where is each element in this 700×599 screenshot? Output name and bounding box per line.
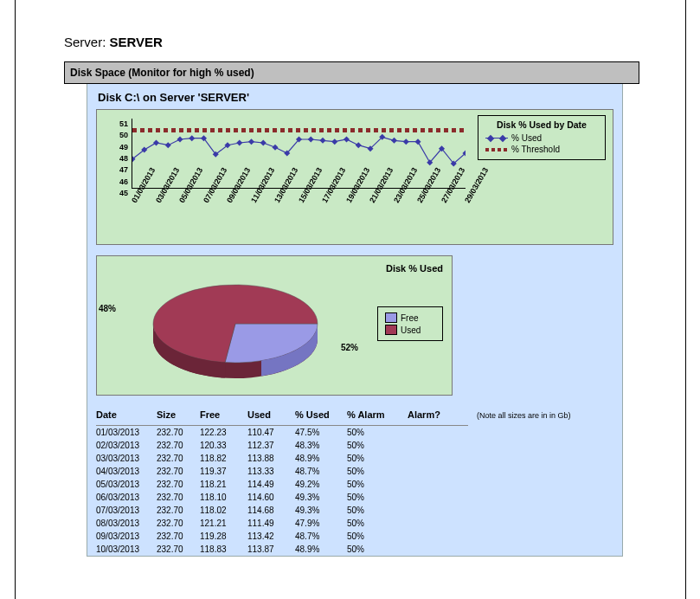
table-cell: 48.7%: [295, 465, 347, 478]
table-cell: 118.83: [200, 543, 247, 556]
table-cell: 03/03/2013: [96, 452, 157, 465]
table-cell: 232.70: [157, 452, 200, 465]
legend-swatch-used: [485, 134, 508, 143]
table-cell: 119.37: [200, 465, 247, 478]
table-header: Free: [200, 409, 247, 426]
table-cell: 119.28: [200, 530, 247, 543]
svg-rect-15: [308, 136, 314, 142]
table-cell: 232.70: [157, 439, 200, 452]
table-cell: 112.37: [247, 439, 295, 452]
table-cell: 114.60: [247, 491, 295, 504]
data-table: DateSizeFreeUsed% Used% AlarmAlarm? 01/0…: [96, 409, 468, 556]
table-row: 09/03/2013232.70119.28113.4248.7%50%: [96, 530, 468, 543]
table-cell: 50%: [347, 439, 408, 452]
table-header-row: DateSizeFreeUsed% Used% AlarmAlarm?: [96, 409, 468, 426]
table-header: Date: [96, 409, 157, 426]
pie-swatch-used: [385, 325, 397, 335]
table-header: Size: [157, 409, 200, 426]
svg-rect-22: [391, 138, 397, 144]
svg-rect-5: [189, 135, 195, 141]
pie-legend: Free Used: [377, 306, 443, 341]
size-note: (Note all sizes are in in Gb): [477, 411, 571, 420]
table-cell: 232.70: [157, 491, 200, 504]
table-cell: 113.87: [247, 543, 295, 556]
table-row: 01/03/2013232.70122.23110.4747.5%50%: [96, 426, 468, 440]
table-row: 08/03/2013232.70121.21111.4947.9%50%: [96, 517, 468, 530]
pie-label-free: 52%: [341, 343, 358, 352]
svg-rect-3: [165, 142, 171, 148]
table-body: 01/03/2013232.70122.23110.4747.5%50%02/0…: [96, 426, 468, 557]
table-cell: 50%: [347, 530, 408, 543]
table-cell: 05/03/2013: [96, 478, 157, 491]
line-chart: 45464748495051 01/03/201303/03/201305/03…: [96, 109, 613, 245]
pie-swatch-free: [385, 312, 397, 323]
pie-label-used: 48%: [99, 304, 116, 313]
pie-legend-used-label: Used: [401, 325, 421, 335]
legend-row-threshold: % Threshold: [485, 145, 598, 154]
table-cell: 118.02: [200, 504, 247, 517]
table-cell: 49.3%: [295, 491, 347, 504]
table-cell: 04/03/2013: [96, 465, 157, 478]
table-cell: 50%: [347, 504, 408, 517]
table-cell: 118.10: [200, 491, 247, 504]
svg-rect-12: [272, 145, 278, 151]
table-cell: 48.7%: [295, 530, 347, 543]
legend-title: Disk % Used by Date: [485, 119, 598, 130]
svg-rect-4: [177, 136, 183, 142]
table-cell: 09/03/2013: [96, 530, 157, 543]
table-cell: 118.21: [200, 478, 247, 491]
server-label: Server:: [64, 35, 106, 49]
table-cell: 47.9%: [295, 517, 347, 530]
table-cell: [408, 426, 468, 440]
svg-rect-23: [403, 138, 409, 145]
table-cell: 02/03/2013: [96, 439, 157, 452]
table-cell: 50%: [347, 426, 408, 440]
table-cell: [408, 517, 468, 530]
table-row: 10/03/2013232.70118.83113.8748.9%50%: [96, 543, 468, 556]
server-name: SERVER: [110, 35, 163, 49]
table-cell: 120.33: [200, 439, 247, 452]
table-cell: [408, 491, 468, 504]
pie-legend-free-label: Free: [401, 313, 419, 323]
disk-title: Disk C:\ on Server 'SERVER': [98, 91, 613, 104]
table-cell: 06/03/2013: [96, 491, 157, 504]
table-cell: 113.42: [247, 530, 295, 543]
table-cell: [408, 439, 468, 452]
svg-rect-24: [414, 138, 421, 145]
table-cell: 50%: [347, 465, 408, 478]
x-axis-ticks: 01/03/201303/03/201305/03/201307/03/2013…: [128, 191, 470, 243]
table-cell: 08/03/2013: [96, 517, 157, 530]
table-header: % Used: [295, 409, 347, 426]
section-title: Disk Space (Monitor for high % used): [70, 67, 254, 79]
table-cell: 48.9%: [295, 452, 347, 465]
legend-swatch-threshold: [485, 145, 508, 154]
table-row: 03/03/2013232.70118.82113.8848.9%50%: [96, 452, 468, 465]
table-cell: 232.70: [157, 478, 200, 491]
table-cell: 113.88: [247, 452, 295, 465]
table-cell: 114.68: [247, 504, 295, 517]
table-cell: 232.70: [157, 465, 200, 478]
table-cell: 01/03/2013: [96, 426, 157, 440]
table-cell: 50%: [347, 543, 408, 556]
svg-rect-18: [344, 136, 350, 142]
table-cell: 50%: [347, 517, 408, 530]
legend-label-threshold: % Threshold: [511, 145, 560, 154]
table-cell: 232.70: [157, 530, 200, 543]
table-cell: [408, 504, 468, 517]
line-series: [132, 119, 466, 188]
svg-rect-2: [153, 139, 159, 145]
table-cell: 111.49: [247, 517, 295, 530]
table-cell: 48.9%: [295, 543, 347, 556]
table-cell: 50%: [347, 478, 408, 491]
table-cell: [408, 465, 468, 478]
table-cell: [408, 478, 468, 491]
table-cell: 232.70: [157, 426, 200, 440]
legend-row-used: % Used: [485, 133, 598, 143]
svg-rect-11: [260, 139, 267, 145]
pie-legend-free: Free: [385, 312, 435, 323]
plot-area: [132, 119, 466, 189]
pie-chart: Disk % Used 48% 52%: [96, 255, 453, 396]
table-cell: 121.21: [200, 517, 247, 530]
table-cell: 47.5%: [295, 426, 347, 440]
legend-label-used: % Used: [511, 133, 542, 143]
